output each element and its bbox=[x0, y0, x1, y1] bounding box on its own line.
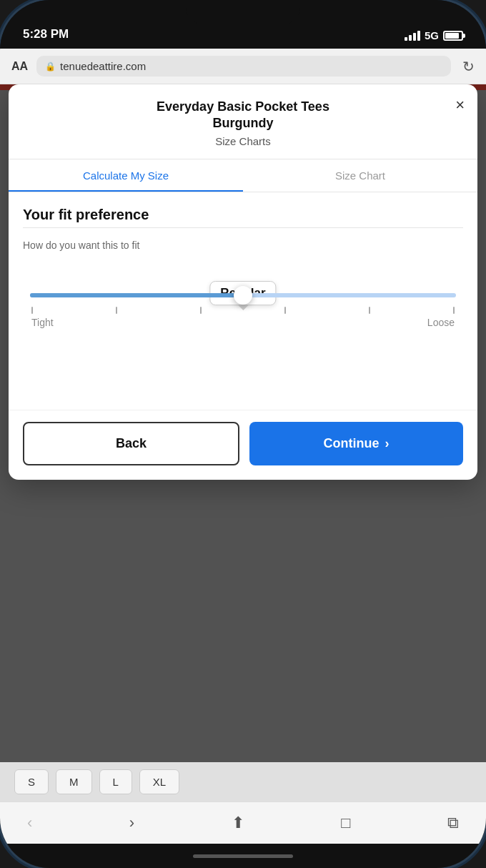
notch bbox=[186, 0, 300, 24]
size-l-button[interactable]: L bbox=[99, 769, 132, 794]
slider-label-tight: Tight bbox=[31, 317, 54, 328]
fit-slider-container: Regular bbox=[30, 287, 456, 328]
slider-track-fill bbox=[30, 293, 243, 297]
modal-header: Everyday Basic Pocket Tees Burgundy Size… bbox=[9, 84, 477, 159]
close-button[interactable]: × bbox=[455, 97, 465, 113]
page-background: Everyday Basic Pocket Tees Burgundy Size… bbox=[0, 84, 486, 762]
slider-label-loose: Loose bbox=[427, 317, 455, 328]
nav-forward-icon[interactable]: › bbox=[124, 811, 140, 835]
nav-tabs-icon[interactable]: ⧉ bbox=[442, 811, 465, 835]
status-icons: 5G bbox=[405, 29, 463, 41]
slider-track-wrapper[interactable] bbox=[30, 287, 456, 304]
url-bar[interactable]: 🔒 tenuedeattire.com bbox=[36, 56, 451, 77]
modal-buttons: Back Continue › bbox=[9, 410, 477, 480]
tick-6 bbox=[453, 307, 455, 314]
section-title: Your fit preference bbox=[23, 207, 463, 223]
modal-spacer bbox=[23, 335, 463, 393]
modal-title: Everyday Basic Pocket Tees Burgundy bbox=[44, 99, 442, 132]
tick-4 bbox=[284, 307, 286, 314]
url-text: tenuedeattire.com bbox=[60, 60, 146, 72]
tab-size-chart[interactable]: Size Chart bbox=[243, 159, 477, 192]
modal: Everyday Basic Pocket Tees Burgundy Size… bbox=[9, 84, 477, 480]
size-m-button[interactable]: M bbox=[56, 769, 92, 794]
size-row: S M L XL bbox=[0, 762, 486, 802]
home-indicator bbox=[0, 844, 486, 868]
signal-bars-icon bbox=[405, 31, 420, 41]
size-s-button[interactable]: S bbox=[14, 769, 49, 794]
fit-question: How do you want this to fit bbox=[23, 240, 463, 251]
nav-share-icon[interactable]: ⬆ bbox=[226, 811, 250, 835]
aa-button[interactable]: AA bbox=[11, 60, 28, 73]
home-bar bbox=[193, 854, 293, 858]
battery-icon bbox=[443, 31, 463, 41]
back-button[interactable]: Back bbox=[23, 422, 239, 465]
tick-2 bbox=[116, 307, 117, 314]
tabs: Calculate My Size Size Chart bbox=[9, 159, 477, 192]
network-type: 5G bbox=[425, 29, 439, 41]
slider-thumb[interactable] bbox=[234, 286, 252, 305]
reload-icon[interactable]: ↻ bbox=[462, 58, 475, 75]
browser-bar: AA 🔒 tenuedeattire.com ↻ bbox=[0, 49, 486, 84]
tick-5 bbox=[369, 307, 370, 314]
phone-frame: 5:28 PM 5G AA 🔒 tenuedeattire.com ↻ bbox=[0, 0, 486, 868]
continue-chevron-icon: › bbox=[385, 436, 390, 451]
tab-calculate-my-size[interactable]: Calculate My Size bbox=[9, 159, 243, 192]
tick-3 bbox=[200, 307, 202, 314]
modal-title-line2: Burgundy bbox=[213, 116, 274, 130]
status-time: 5:28 PM bbox=[23, 27, 69, 41]
continue-button[interactable]: Continue › bbox=[249, 422, 463, 465]
section-divider bbox=[23, 227, 463, 228]
screen: AA 🔒 tenuedeattire.com ↻ Everyday Basic … bbox=[0, 49, 486, 868]
tick-1 bbox=[31, 307, 33, 314]
modal-subtitle: Size Charts bbox=[44, 135, 442, 147]
modal-title-line1: Everyday Basic Pocket Tees bbox=[157, 99, 329, 114]
slider-labels: Tight Loose bbox=[30, 317, 456, 328]
nav-bookmarks-icon[interactable]: □ bbox=[335, 811, 356, 835]
continue-label: Continue bbox=[324, 436, 380, 451]
lock-icon: 🔒 bbox=[45, 61, 56, 71]
modal-body: Your fit preference How do you want this… bbox=[9, 192, 477, 410]
browser-nav: ‹ › ⬆ □ ⧉ bbox=[0, 802, 486, 844]
nav-back-icon[interactable]: ‹ bbox=[21, 811, 38, 835]
size-xl-button[interactable]: XL bbox=[139, 769, 179, 794]
